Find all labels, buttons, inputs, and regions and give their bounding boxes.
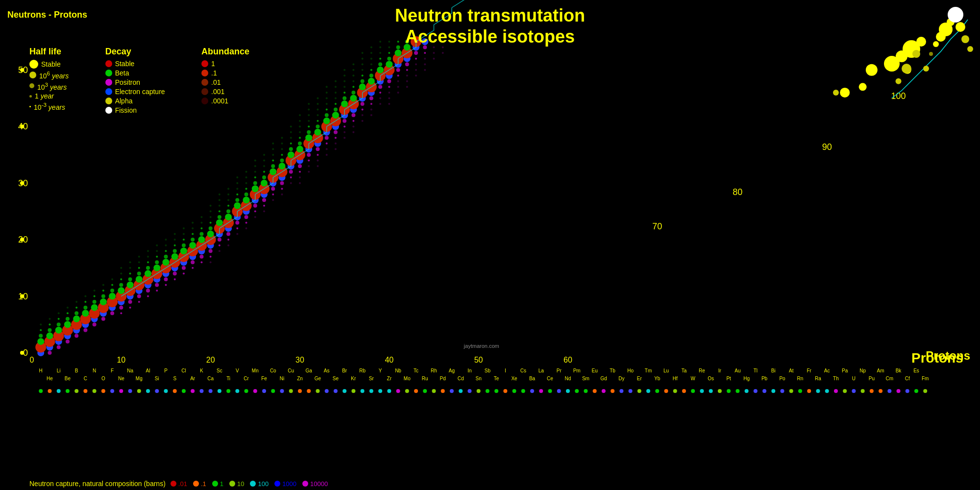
top-left-label: Neutrons - Protons (7, 10, 87, 20)
halflife-1e3: 103 years (29, 81, 69, 91)
halflife-1yr-dot (29, 95, 32, 98)
halflife-stable: Stable (29, 60, 69, 69)
halflife-title: Half life (29, 47, 69, 57)
nc-1000: 1000 (274, 480, 296, 488)
abundance-1: 1 (201, 60, 249, 68)
main-title: Neutron transmutation Accessible isotope… (0, 5, 980, 47)
abundance-01-dot (201, 70, 208, 76)
decay-alpha-dot (105, 98, 112, 104)
nc-01-dot (193, 481, 199, 487)
decay-positron-dot (105, 79, 112, 86)
decay-beta: Beta (105, 69, 165, 77)
decay-beta-dot (105, 70, 112, 76)
decay-stable-dot (105, 60, 112, 67)
nc-10: 10 (229, 480, 244, 488)
decay-ec-dot (105, 88, 112, 95)
neutron-capture-title: Neutron capture, natural composition (ba… (29, 480, 166, 488)
abundance-0001-dot (201, 88, 208, 95)
halflife-1e3-dot (29, 83, 34, 88)
halflife-stable-dot (29, 60, 38, 69)
nc-100-dot (250, 481, 256, 487)
halflife-1e-3: 10-3 years (29, 101, 69, 111)
decay-ec: Electron capture (105, 88, 165, 96)
bottom-legend: Neutron capture, natural composition (ba… (29, 480, 334, 488)
title-area: Neutron transmutation Accessible isotope… (0, 5, 980, 47)
decay-title: Decay (105, 47, 165, 57)
decay-legend: Decay Stable Beta Positron Electron capt… (105, 47, 165, 116)
nc-1-dot (212, 481, 218, 487)
nc-001-dot (171, 481, 176, 487)
nc-10-dot (229, 481, 235, 487)
halflife-1e6: 106 years (29, 70, 69, 80)
decay-positron: Positron (105, 78, 165, 86)
halflife-1e-3-dot (29, 106, 31, 107)
abundance-title: Abundance (201, 47, 249, 57)
nc-001: .01 (171, 480, 187, 488)
halflife-1e6-dot (29, 72, 36, 78)
halflife-legend: Half life Stable 106 years 103 years 1 y… (29, 47, 69, 113)
protons-label: Protons (926, 349, 970, 363)
abundance-00001: .0001 (201, 97, 249, 105)
legend-area: Half life Stable 106 years 103 years 1 y… (29, 47, 264, 116)
nc-100: 100 (250, 480, 269, 488)
halflife-1yr: 1 year (29, 92, 69, 100)
abundance-1-dot (201, 60, 208, 67)
abundance-00001-dot (201, 98, 208, 104)
abundance-001-dot (201, 79, 208, 86)
decay-fission: Fission (105, 106, 165, 114)
nc-1: 1 (212, 480, 223, 488)
nc-10000: 10000 (302, 480, 328, 488)
decay-alpha: Alpha (105, 97, 165, 105)
decay-fission-dot (105, 107, 112, 114)
decay-stable: Stable (105, 60, 165, 68)
nc-01: .1 (193, 480, 206, 488)
abundance-0001: .001 (201, 88, 249, 96)
abundance-legend: Abundance 1 .1 .01 .001 .0001 (201, 47, 249, 106)
abundance-01: .1 (201, 69, 249, 77)
abundance-001: .01 (201, 78, 249, 86)
nc-10000-dot (302, 481, 308, 487)
nc-1000-dot (274, 481, 280, 487)
